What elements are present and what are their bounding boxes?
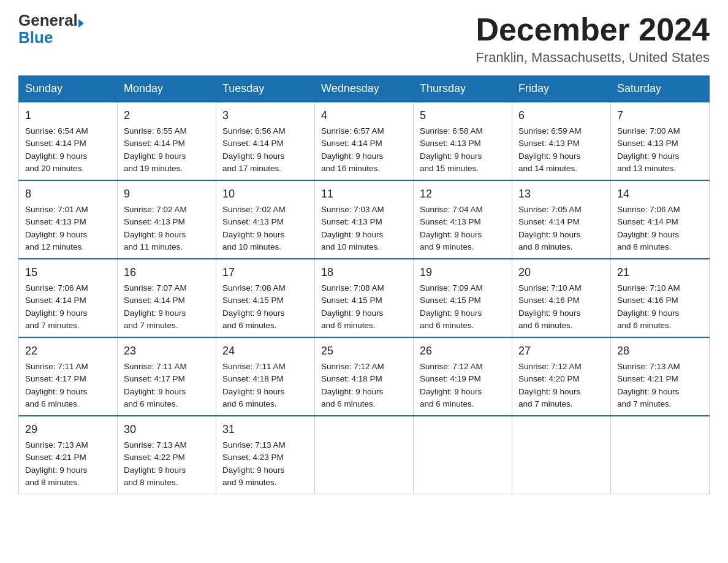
sunset-text: Sunset: 4:13 PM [518, 137, 604, 150]
calendar-cell: 23Sunrise: 7:11 AMSunset: 4:17 PMDayligh… [118, 337, 216, 416]
calendar-week-3: 15Sunrise: 7:06 AMSunset: 4:14 PMDayligh… [19, 259, 710, 337]
calendar-cell: 10Sunrise: 7:02 AMSunset: 4:13 PMDayligh… [216, 180, 315, 259]
calendar-week-4: 22Sunrise: 7:11 AMSunset: 4:17 PMDayligh… [19, 337, 710, 416]
sunrise-text: Sunrise: 7:13 AM [617, 361, 703, 373]
daylight-text-2: and 14 minutes. [518, 163, 604, 175]
day-number: 16 [124, 264, 210, 281]
sunrise-text: Sunrise: 7:05 AM [518, 204, 604, 216]
calendar-cell: 31Sunrise: 7:13 AMSunset: 4:23 PMDayligh… [216, 416, 315, 494]
page-header: General Blue December 2024 Franklin, Mas… [18, 12, 710, 66]
daylight-text-2: and 7 minutes. [518, 398, 604, 410]
daylight-text-1: Daylight: 9 hours [321, 150, 407, 163]
sunset-text: Sunset: 4:15 PM [420, 294, 506, 307]
sunset-text: Sunset: 4:17 PM [25, 373, 111, 385]
calendar-cell: 29Sunrise: 7:13 AMSunset: 4:21 PMDayligh… [19, 416, 118, 494]
day-number: 20 [518, 264, 604, 281]
day-info: Sunrise: 7:02 AMSunset: 4:13 PMDaylight:… [222, 204, 308, 253]
daylight-text-1: Daylight: 9 hours [124, 307, 210, 320]
logo-arrow-icon [78, 19, 84, 28]
daylight-text-1: Daylight: 9 hours [617, 150, 703, 163]
sunrise-text: Sunrise: 7:00 AM [617, 125, 703, 137]
sunrise-text: Sunrise: 6:59 AM [518, 125, 604, 137]
sunset-text: Sunset: 4:15 PM [222, 294, 308, 307]
calendar-week-1: 1Sunrise: 6:54 AMSunset: 4:14 PMDaylight… [19, 102, 710, 180]
daylight-text-1: Daylight: 9 hours [518, 150, 604, 163]
day-number: 5 [420, 107, 506, 124]
sunrise-text: Sunrise: 7:13 AM [124, 439, 210, 451]
day-header-thursday: Thursday [414, 76, 512, 102]
calendar-cell: 9Sunrise: 7:02 AMSunset: 4:13 PMDaylight… [118, 180, 216, 259]
sunset-text: Sunset: 4:14 PM [222, 137, 308, 150]
daylight-text-1: Daylight: 9 hours [25, 464, 111, 477]
sunset-text: Sunset: 4:17 PM [124, 373, 210, 385]
sunrise-text: Sunrise: 7:01 AM [25, 204, 111, 216]
day-info: Sunrise: 6:59 AMSunset: 4:13 PMDaylight:… [518, 125, 604, 175]
sunset-text: Sunset: 4:14 PM [617, 216, 703, 228]
daylight-text-1: Daylight: 9 hours [321, 386, 407, 398]
daylight-text-2: and 10 minutes. [321, 241, 407, 253]
sunrise-text: Sunrise: 7:08 AM [222, 282, 308, 294]
day-info: Sunrise: 7:03 AMSunset: 4:13 PMDaylight:… [321, 204, 407, 253]
day-number: 17 [222, 264, 308, 281]
daylight-text-2: and 8 minutes. [617, 241, 703, 253]
sunset-text: Sunset: 4:14 PM [124, 137, 210, 150]
calendar-cell: 2Sunrise: 6:55 AMSunset: 4:14 PMDaylight… [118, 102, 216, 180]
sunrise-text: Sunrise: 7:13 AM [25, 439, 111, 451]
daylight-text-1: Daylight: 9 hours [222, 307, 308, 320]
day-info: Sunrise: 7:12 AMSunset: 4:20 PMDaylight:… [518, 361, 604, 410]
daylight-text-2: and 7 minutes. [124, 320, 210, 332]
sunrise-text: Sunrise: 7:08 AM [321, 282, 407, 294]
sunrise-text: Sunrise: 6:56 AM [222, 125, 308, 137]
daylight-text-2: and 6 minutes. [420, 320, 506, 332]
sunrise-text: Sunrise: 7:11 AM [25, 361, 111, 373]
day-info: Sunrise: 7:06 AMSunset: 4:14 PMDaylight:… [617, 204, 703, 253]
daylight-text-1: Daylight: 9 hours [124, 386, 210, 398]
daylight-text-2: and 11 minutes. [124, 241, 210, 253]
daylight-text-1: Daylight: 9 hours [222, 464, 308, 477]
daylight-text-2: and 7 minutes. [617, 398, 703, 410]
daylight-text-1: Daylight: 9 hours [25, 229, 111, 241]
day-info: Sunrise: 7:07 AMSunset: 4:14 PMDaylight:… [124, 282, 210, 332]
day-number: 7 [617, 107, 703, 124]
day-number: 25 [321, 343, 407, 359]
sunset-text: Sunset: 4:14 PM [25, 137, 111, 150]
calendar-cell [315, 416, 414, 494]
title-area: December 2024 Franklin, Massachusetts, U… [476, 12, 710, 66]
day-headers-row: SundayMondayTuesdayWednesdayThursdayFrid… [19, 76, 710, 102]
sunrise-text: Sunrise: 7:10 AM [617, 282, 703, 294]
sunrise-text: Sunrise: 6:58 AM [420, 125, 506, 137]
sunset-text: Sunset: 4:14 PM [124, 294, 210, 307]
sunrise-text: Sunrise: 7:02 AM [124, 204, 210, 216]
daylight-text-2: and 7 minutes. [25, 320, 111, 332]
day-info: Sunrise: 7:13 AMSunset: 4:23 PMDaylight:… [222, 439, 308, 489]
calendar-cell: 22Sunrise: 7:11 AMSunset: 4:17 PMDayligh… [19, 337, 118, 416]
daylight-text-1: Daylight: 9 hours [321, 307, 407, 320]
sunset-text: Sunset: 4:16 PM [518, 294, 604, 307]
day-info: Sunrise: 7:01 AMSunset: 4:13 PMDaylight:… [25, 204, 111, 253]
sunset-text: Sunset: 4:16 PM [617, 294, 703, 307]
day-number: 15 [25, 264, 111, 281]
sunset-text: Sunset: 4:19 PM [420, 373, 506, 385]
sunrise-text: Sunrise: 7:07 AM [124, 282, 210, 294]
calendar-cell: 24Sunrise: 7:11 AMSunset: 4:18 PMDayligh… [216, 337, 315, 416]
day-number: 26 [420, 343, 506, 359]
daylight-text-1: Daylight: 9 hours [420, 307, 506, 320]
day-info: Sunrise: 7:10 AMSunset: 4:16 PMDaylight:… [518, 282, 604, 332]
calendar-cell: 14Sunrise: 7:06 AMSunset: 4:14 PMDayligh… [611, 180, 710, 259]
day-header-monday: Monday [118, 76, 216, 102]
day-info: Sunrise: 7:04 AMSunset: 4:13 PMDaylight:… [420, 204, 506, 253]
calendar-cell: 8Sunrise: 7:01 AMSunset: 4:13 PMDaylight… [19, 180, 118, 259]
day-number: 28 [617, 343, 703, 359]
day-number: 31 [222, 421, 308, 438]
day-number: 21 [617, 264, 703, 281]
day-number: 6 [518, 107, 604, 124]
logo-blue: Blue [18, 28, 53, 47]
daylight-text-1: Daylight: 9 hours [321, 229, 407, 241]
daylight-text-2: and 16 minutes. [321, 163, 407, 175]
sunset-text: Sunset: 4:21 PM [617, 373, 703, 385]
sunrise-text: Sunrise: 7:11 AM [124, 361, 210, 373]
daylight-text-1: Daylight: 9 hours [222, 386, 308, 398]
day-header-wednesday: Wednesday [315, 76, 414, 102]
day-number: 9 [124, 186, 210, 202]
day-number: 13 [518, 186, 604, 202]
